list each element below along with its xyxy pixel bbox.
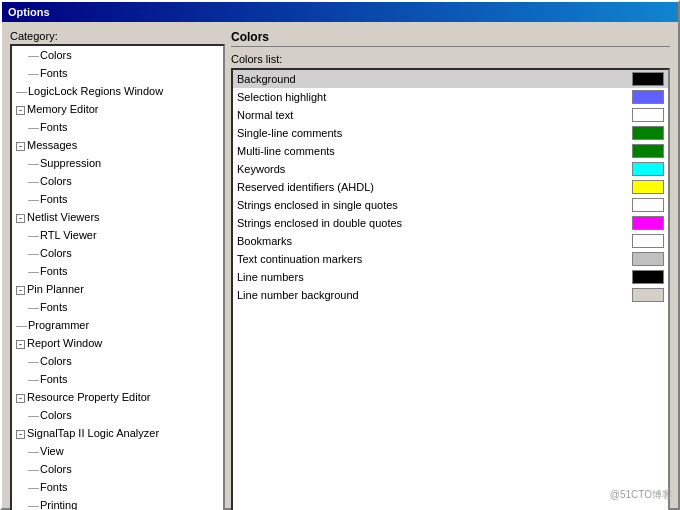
color-swatch bbox=[632, 126, 664, 140]
tree-item-label: Printing bbox=[40, 499, 77, 510]
tree-item-fonts-mem[interactable]: —Fonts bbox=[12, 118, 223, 136]
color-swatch bbox=[632, 198, 664, 212]
tree-dash: — bbox=[28, 245, 38, 261]
expand-icon[interactable]: - bbox=[16, 214, 25, 223]
tree-item-label: Fonts bbox=[40, 301, 68, 313]
tree-item-fonts-st[interactable]: —Fonts bbox=[12, 478, 223, 496]
color-row-label: Strings enclosed in single quotes bbox=[237, 199, 632, 211]
tree-container[interactable]: —Colors—Fonts—LogicLock Regions Window-M… bbox=[10, 44, 225, 510]
tree-item-label: View bbox=[40, 445, 64, 457]
tree-item-rtl-viewer[interactable]: —RTL Viewer bbox=[12, 226, 223, 244]
tree-item-label: Colors bbox=[40, 175, 72, 187]
tree-item-label: Messages bbox=[27, 139, 77, 151]
color-row-line-number-bg[interactable]: Line number background bbox=[233, 286, 668, 304]
color-row-line-numbers[interactable]: Line numbers bbox=[233, 268, 668, 286]
expand-icon[interactable]: - bbox=[16, 142, 25, 151]
color-swatch bbox=[632, 288, 664, 302]
tree-dash: — bbox=[28, 65, 38, 81]
tree-item-fonts-msg[interactable]: —Fonts bbox=[12, 190, 223, 208]
tree-dash: — bbox=[28, 263, 38, 279]
tree-item-messages[interactable]: -Messages bbox=[12, 136, 223, 154]
tree-item-netlist-viewers[interactable]: -Netlist Viewers bbox=[12, 208, 223, 226]
tree-item-label: Colors bbox=[40, 355, 72, 367]
expand-icon[interactable]: - bbox=[16, 286, 25, 295]
tree-item-printing-st[interactable]: —Printing bbox=[12, 496, 223, 510]
color-row-multiline-comments[interactable]: Multi-line comments bbox=[233, 142, 668, 160]
tree-item-label: Colors bbox=[40, 463, 72, 475]
color-row-label: Multi-line comments bbox=[237, 145, 632, 157]
color-row-selection-highlight[interactable]: Selection highlight bbox=[233, 88, 668, 106]
expand-icon[interactable]: - bbox=[16, 106, 25, 115]
tree-item-colors-nv[interactable]: —Colors bbox=[12, 244, 223, 262]
tree-item-colors-rw[interactable]: —Colors bbox=[12, 352, 223, 370]
tree-item-colors-st[interactable]: —Colors bbox=[12, 460, 223, 478]
tree-dash: — bbox=[28, 443, 38, 459]
color-swatch bbox=[632, 162, 664, 176]
tree-item-colors-msg[interactable]: —Colors bbox=[12, 172, 223, 190]
tree-dash: — bbox=[28, 173, 38, 189]
tree-item-memory-editor[interactable]: -Memory Editor bbox=[12, 100, 223, 118]
tree-item-suppression[interactable]: —Suppression bbox=[12, 154, 223, 172]
color-swatch bbox=[632, 108, 664, 122]
tree-item-signaltap[interactable]: -SignalTap II Logic Analyzer bbox=[12, 424, 223, 442]
tree-item-logilock[interactable]: —LogicLock Regions Window bbox=[12, 82, 223, 100]
left-panel: Category: —Colors—Fonts—LogicLock Region… bbox=[10, 30, 225, 510]
color-row-label: Single-line comments bbox=[237, 127, 632, 139]
tree-item-resource-property[interactable]: -Resource Property Editor bbox=[12, 388, 223, 406]
tree-dash: — bbox=[28, 371, 38, 387]
color-row-strings-double[interactable]: Strings enclosed in double quotes bbox=[233, 214, 668, 232]
colors-list-label: Colors list: bbox=[231, 53, 670, 65]
expand-icon[interactable]: - bbox=[16, 430, 25, 439]
color-row-label: Background bbox=[237, 73, 632, 85]
color-swatch bbox=[632, 90, 664, 104]
color-row-text-continuation[interactable]: Text continuation markers bbox=[233, 250, 668, 268]
tree-dash: — bbox=[28, 119, 38, 135]
tree-item-label: RTL Viewer bbox=[40, 229, 97, 241]
color-row-single-line-comments[interactable]: Single-line comments bbox=[233, 124, 668, 142]
color-row-label: Bookmarks bbox=[237, 235, 632, 247]
color-row-strings-single[interactable]: Strings enclosed in single quotes bbox=[233, 196, 668, 214]
color-row-background[interactable]: Background bbox=[233, 70, 668, 88]
tree-item-fonts-nv[interactable]: —Fonts bbox=[12, 262, 223, 280]
tree-item-label: Suppression bbox=[40, 157, 101, 169]
tree-dash: — bbox=[28, 479, 38, 495]
tree-item-report-window[interactable]: -Report Window bbox=[12, 334, 223, 352]
color-row-bookmarks[interactable]: Bookmarks bbox=[233, 232, 668, 250]
tree-item-label: Fonts bbox=[40, 121, 68, 133]
color-row-reserved-identifiers[interactable]: Reserved identifiers (AHDL) bbox=[233, 178, 668, 196]
tree-item-fonts-rw[interactable]: —Fonts bbox=[12, 370, 223, 388]
color-swatch bbox=[632, 252, 664, 266]
tree-dash: — bbox=[28, 155, 38, 171]
tree-item-fonts-1[interactable]: —Fonts bbox=[12, 64, 223, 82]
tree-item-fonts-pp[interactable]: —Fonts bbox=[12, 298, 223, 316]
color-swatch bbox=[632, 216, 664, 230]
tree-item-view-st[interactable]: —View bbox=[12, 442, 223, 460]
tree-item-pin-planner[interactable]: -Pin Planner bbox=[12, 280, 223, 298]
color-swatch bbox=[632, 270, 664, 284]
tree-item-label: Pin Planner bbox=[27, 283, 84, 295]
tree-item-label: Colors bbox=[40, 409, 72, 421]
color-row-label: Text continuation markers bbox=[237, 253, 632, 265]
color-row-label: Normal text bbox=[237, 109, 632, 121]
colors-list[interactable]: Background Selection highlight Normal te… bbox=[231, 68, 670, 510]
tree-item-label: Netlist Viewers bbox=[27, 211, 100, 223]
tree-dash: — bbox=[28, 497, 38, 510]
expand-icon[interactable]: - bbox=[16, 394, 25, 403]
title-bar: Options bbox=[2, 2, 678, 22]
tree-item-label: Fonts bbox=[40, 67, 68, 79]
tree-item-colors-1[interactable]: —Colors bbox=[12, 46, 223, 64]
tree-item-programmer[interactable]: —Programmer bbox=[12, 316, 223, 334]
tree-item-label: SignalTap II Logic Analyzer bbox=[27, 427, 159, 439]
tree-item-label: Memory Editor bbox=[27, 103, 99, 115]
color-row-normal-text[interactable]: Normal text bbox=[233, 106, 668, 124]
color-row-keywords[interactable]: Keywords bbox=[233, 160, 668, 178]
tree-dash: — bbox=[28, 47, 38, 63]
expand-icon[interactable]: - bbox=[16, 340, 25, 349]
tree-dash: — bbox=[16, 317, 26, 333]
tree-item-colors-rpe[interactable]: —Colors bbox=[12, 406, 223, 424]
color-swatch bbox=[632, 72, 664, 86]
tree-item-label: Colors bbox=[40, 247, 72, 259]
color-swatch bbox=[632, 144, 664, 158]
color-row-label: Reserved identifiers (AHDL) bbox=[237, 181, 632, 193]
tree-dash: — bbox=[28, 191, 38, 207]
